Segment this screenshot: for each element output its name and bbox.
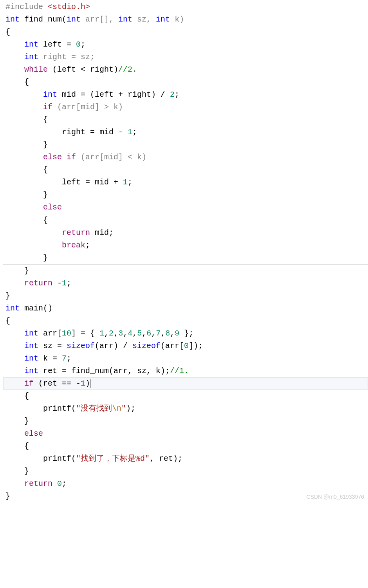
code-token: 2 xyxy=(109,329,114,338)
code-token: <stdio.h> xyxy=(48,2,90,11)
code-token: (arr[ xyxy=(161,341,184,350)
code-line: int sz = sizeof(arr) / sizeof(arr[0]); xyxy=(3,340,368,352)
code-token: { xyxy=(43,216,48,225)
code-token: sizeof xyxy=(67,341,95,350)
code-line: int left = 0; xyxy=(3,38,368,51)
code-token: ; xyxy=(132,128,137,137)
code-token: while xyxy=(24,65,48,74)
code-token: , xyxy=(142,329,146,338)
code-token: else if xyxy=(43,153,76,162)
code-token: 1 xyxy=(99,329,104,338)
code-line: int ret = find_num(arr, sz, k);//1. xyxy=(3,365,368,377)
code-token: } xyxy=(5,291,10,300)
code-line: return -1; xyxy=(3,277,368,290)
code-token: return xyxy=(62,228,90,237)
code-token: - xyxy=(52,279,62,288)
code-token: break xyxy=(62,241,85,250)
code-token: 5 xyxy=(137,329,142,338)
code-line: while (left < right)//2. xyxy=(3,63,368,76)
code-token: ]); xyxy=(189,341,203,350)
code-token: 4 xyxy=(128,329,132,338)
code-token: , xyxy=(151,329,156,338)
code-token: int xyxy=(5,15,20,24)
code-token: int xyxy=(24,366,38,375)
code-line: if (ret == -1) xyxy=(3,377,368,390)
code-line: int find_num(int arr[], int sz, int k) xyxy=(3,13,368,26)
code-line: left = mid + 1; xyxy=(3,176,368,189)
code-token: mid = (left + right) / xyxy=(57,90,170,99)
code-token: sz, xyxy=(132,15,156,24)
code-token: k = xyxy=(38,354,62,363)
code-line: { xyxy=(3,114,368,126)
code-token: { xyxy=(5,316,10,325)
code-token: ; xyxy=(128,178,132,187)
code-token: } xyxy=(43,140,48,149)
code-token: int xyxy=(118,15,132,24)
code-token: 1 xyxy=(123,178,128,187)
code-token: "没有找到 xyxy=(76,404,112,413)
text-cursor xyxy=(90,379,90,388)
code-token: , xyxy=(161,329,165,338)
code-token: if xyxy=(24,379,34,388)
code-line: int k = 7; xyxy=(3,352,368,365)
code-line: return mid; xyxy=(3,227,368,239)
code-token: //1. xyxy=(170,366,189,375)
code-line: else xyxy=(3,201,368,214)
code-token: ) xyxy=(85,379,90,388)
code-token: " xyxy=(121,404,126,413)
code-token: if xyxy=(43,103,52,112)
code-token: 3 xyxy=(118,329,123,338)
code-token: 0 xyxy=(76,40,81,49)
code-line: int mid = (left + right) / 2; xyxy=(3,88,368,101)
code-token: 2 xyxy=(170,90,175,99)
code-token: { xyxy=(5,27,10,36)
code-token: } xyxy=(5,492,10,501)
code-token: int xyxy=(67,15,81,24)
code-token: int xyxy=(24,329,38,338)
code-line: } xyxy=(3,415,368,427)
code-token: sz = xyxy=(38,341,67,350)
code-token: { xyxy=(43,115,48,124)
code-line: } xyxy=(3,139,368,151)
code-token: else xyxy=(43,203,62,212)
code-line: } xyxy=(3,252,368,265)
code-token: printf( xyxy=(43,454,76,463)
code-token: ; xyxy=(67,279,71,288)
code-line: else xyxy=(3,427,368,440)
code-token: 0 xyxy=(57,479,62,488)
code-line: } xyxy=(3,290,368,302)
code-token: int xyxy=(43,90,57,99)
code-line: { xyxy=(3,390,368,402)
code-editor: #include <stdio.h> int find_num(int arr[… xyxy=(0,0,368,503)
code-token: 1 xyxy=(81,379,85,388)
code-token: int xyxy=(5,304,20,313)
code-line: } xyxy=(3,465,368,478)
code-token: left = xyxy=(38,40,76,49)
code-token: int xyxy=(24,354,38,363)
code-line: printf("找到了，下标是%d", ret); xyxy=(3,453,368,465)
code-line: if (arr[mid] > k) xyxy=(3,101,368,114)
code-token: (arr[mid] < k) xyxy=(76,153,146,162)
code-token: arr[ xyxy=(38,329,62,338)
code-line: int arr[10] = { 1,2,3,4,5,6,7,8,9 }; xyxy=(3,327,368,340)
code-token: , xyxy=(104,329,109,338)
code-token: { xyxy=(24,391,29,400)
code-token: 7 xyxy=(62,354,67,363)
code-token: } xyxy=(24,467,29,476)
code-line: int right = sz; xyxy=(3,51,368,63)
code-token: ; xyxy=(81,40,85,49)
code-line: return 0; xyxy=(3,478,368,490)
code-token: ; xyxy=(67,354,71,363)
code-line: { xyxy=(3,26,368,38)
code-token: }; xyxy=(179,329,193,338)
code-line: { xyxy=(3,440,368,453)
code-line: } xyxy=(3,189,368,201)
code-token: mid; xyxy=(90,228,114,237)
code-token: { xyxy=(24,442,29,451)
code-token: return xyxy=(24,479,52,488)
code-token: (ret == - xyxy=(34,379,81,388)
code-line: #include <stdio.h> xyxy=(3,1,368,13)
watermark-text: CSDN @m0_61933976 xyxy=(307,492,364,501)
code-token: int xyxy=(24,40,38,49)
code-token: left = mid + xyxy=(62,178,123,187)
